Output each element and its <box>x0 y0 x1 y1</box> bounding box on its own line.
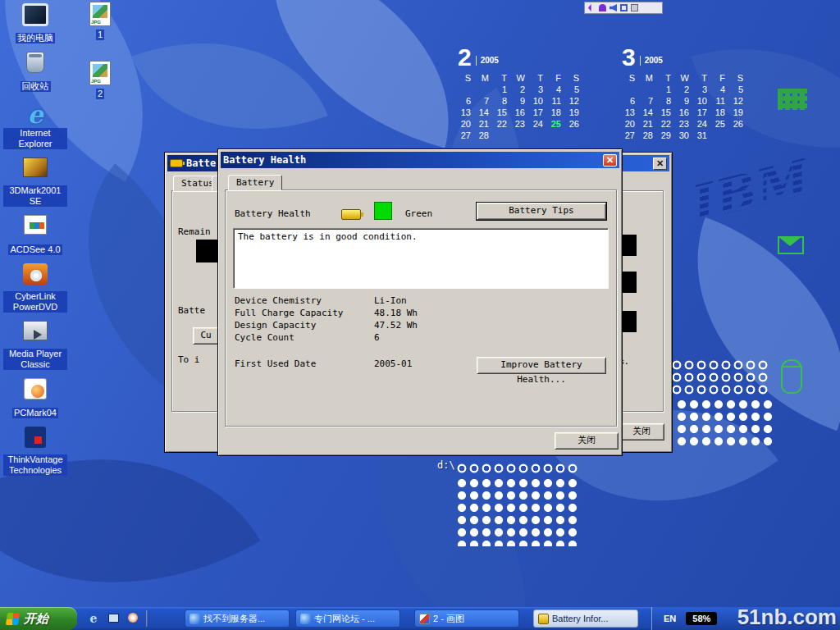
calendar-day: 19 <box>564 107 582 118</box>
calendar-day: 14 <box>474 107 492 118</box>
calendar-day: 8 <box>656 95 674 107</box>
improve-battery-health-button[interactable]: Improve Battery Health... <box>477 357 606 374</box>
desktop-icon-label: Media Player Classic <box>3 349 67 370</box>
taskbar-task[interactable]: Battery Infor... <box>533 609 638 628</box>
desktop-icon-pcmark[interactable]: PCMark04 <box>3 378 67 419</box>
close-icon[interactable] <box>653 158 667 170</box>
ie-icon <box>21 100 49 129</box>
calendar-day: 16 <box>674 107 692 118</box>
dialog-title: Battery Health <box>223 154 603 166</box>
desktop-icon-threedmark[interactable]: 3DMark2001 SE <box>3 158 67 208</box>
pcmark-icon <box>24 378 47 399</box>
desktop: IBM d:\ 2 2005 SMTWTFS123456789101112131… <box>0 0 840 630</box>
calendar-day: 23 <box>674 118 692 130</box>
calendar-header: 2 2005 <box>456 46 586 69</box>
toi-label: To i <box>178 354 200 365</box>
calendar-day-header: M <box>638 72 656 84</box>
battery-tips-button[interactable]: Battery Tips <box>477 203 606 220</box>
quicklaunch-media-icon[interactable] <box>125 610 141 627</box>
calendar-day <box>510 130 528 141</box>
quicklaunch-ie-icon[interactable]: e <box>85 610 102 627</box>
display-icon[interactable] <box>620 4 628 11</box>
calendar-day: 1 <box>492 84 510 95</box>
calendar-day-header: M <box>474 72 492 84</box>
jpg-badge: JPG <box>91 79 101 84</box>
start-button[interactable]: 开始 <box>0 607 77 630</box>
calendar-day-header: T <box>492 72 510 84</box>
desktop-icon-my-computer[interactable]: 我的电脑 <box>3 3 67 44</box>
desktop-icon-ie[interactable]: Internet Explorer <box>3 100 67 150</box>
desktop-file-1[interactable]: JPG 1 <box>79 2 121 41</box>
taskbar-task[interactable]: 2 - 画图 <box>414 609 519 628</box>
calendar-day: 12 <box>564 95 582 107</box>
mic-icon[interactable] <box>599 4 606 11</box>
calendar-february: 2 2005 SMTWTFS12345678910111213141516171… <box>456 46 586 141</box>
desktop-icon-acdsee[interactable]: ACDSee 4.0 <box>3 215 67 256</box>
calendar-day: 20 <box>620 118 638 130</box>
calendar-day: 25 <box>710 118 728 130</box>
calendar-day: 20 <box>456 118 474 130</box>
desktop-icon-thinkvantage[interactable]: ThinkVantage Technologies <box>3 427 67 477</box>
battery-task-icon <box>538 614 549 624</box>
ie-task-icon <box>300 614 311 624</box>
calendar-day: 28 <box>474 130 492 141</box>
envelope-icon <box>778 236 804 254</box>
notes-icon[interactable] <box>631 4 638 11</box>
dots-pattern <box>456 463 579 476</box>
arrows-icon[interactable] <box>588 4 596 11</box>
close-icon[interactable] <box>603 154 617 167</box>
calendar-day: 5 <box>564 84 582 95</box>
calendar-day: 24 <box>528 118 546 130</box>
calendar-day-header: T <box>656 72 674 84</box>
desktop-icon-label: Internet Explorer <box>3 128 67 149</box>
battery-cylinder-icon <box>781 359 802 394</box>
calendar-day-header: T <box>528 72 546 84</box>
battery-indicator[interactable]: 58% <box>686 612 717 625</box>
battery-label: Batte <box>178 305 205 316</box>
desktop-icon-recycle-bin[interactable]: 回收站 <box>3 52 67 93</box>
speaker-icon[interactable] <box>609 4 617 11</box>
taskbar-task[interactable]: 找不到服务器... <box>185 609 290 628</box>
file-label: 1 <box>96 30 104 40</box>
quicklaunch-desktop-icon[interactable] <box>105 610 121 627</box>
desktop-file-2[interactable]: JPG 2 <box>79 61 121 100</box>
calendar-day: 19 <box>728 107 746 118</box>
calendar-day: 1 <box>656 84 674 95</box>
calendar-day: 17 <box>528 107 546 118</box>
dialog-close-button[interactable]: 关闭 <box>555 432 619 450</box>
calendar-grid: SMTWTFS123456789101112131415161718192021… <box>620 72 750 141</box>
condition-textbox[interactable]: The battery is in good condition. <box>233 228 609 289</box>
calendar-day: 17 <box>692 107 710 118</box>
calendar-day: 5 <box>728 84 746 95</box>
calendar-day: 6 <box>456 95 474 107</box>
jpg-file-icon: JPG <box>89 61 111 85</box>
thinkvantage-icon <box>25 427 46 448</box>
task-label: 找不到服务器... <box>203 613 265 625</box>
calendar-day <box>620 84 638 95</box>
tab-battery[interactable]: Battery <box>228 175 282 190</box>
language-indicator[interactable]: EN <box>664 614 676 623</box>
health-label: Battery Health <box>235 208 311 219</box>
jpg-badge: JPG <box>91 20 101 25</box>
dialog-titlebar[interactable]: Battery Health <box>221 152 619 168</box>
calendar-day: 11 <box>546 95 564 107</box>
taskbar-task[interactable]: 专门网论坛 - ... <box>295 609 400 628</box>
dots-pattern <box>676 399 774 446</box>
jpg-file-icon: JPG <box>89 2 111 26</box>
cu-button[interactable]: Cu <box>193 327 219 345</box>
calendar-day: 2 <box>674 84 692 95</box>
detail-value: Li-Ion <box>374 295 407 308</box>
desktop-icon-mpc[interactable]: Media Player Classic <box>3 321 67 371</box>
desktop-icon-powerdvd[interactable]: CyberLink PowerDVD <box>3 263 67 313</box>
calendar-day: 24 <box>692 118 710 130</box>
close-window-button[interactable]: 关闭 <box>619 423 664 441</box>
calendar-day: 26 <box>564 118 582 130</box>
calendar-day: 30 <box>674 130 692 141</box>
calendar-day <box>492 130 510 141</box>
start-label: 开始 <box>24 611 48 627</box>
dots-pattern <box>671 359 769 396</box>
calendar-day: 15 <box>492 107 510 118</box>
task-label: 2 - 画图 <box>433 613 464 625</box>
calendar-day: 18 <box>546 107 564 118</box>
calendar-day-header: S <box>564 72 582 84</box>
